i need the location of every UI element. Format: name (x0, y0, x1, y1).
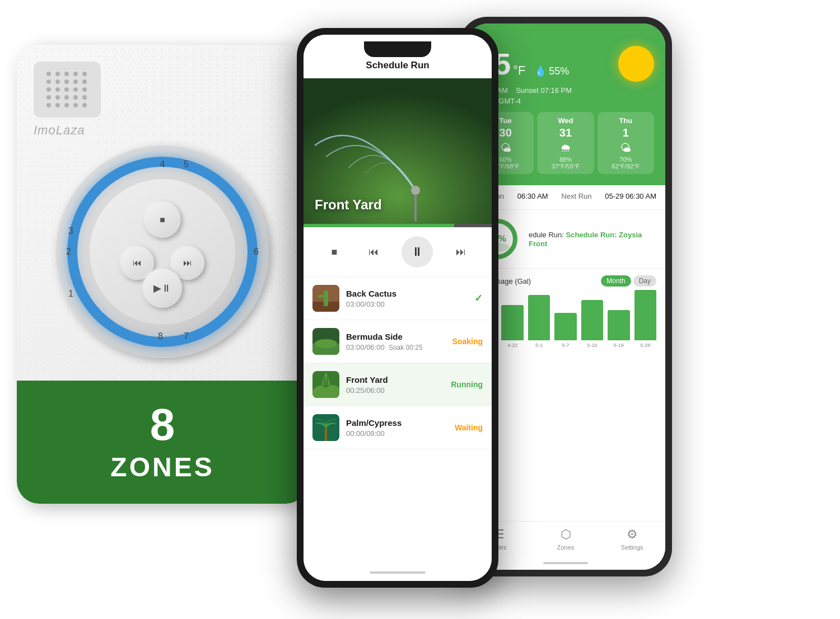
zone-thumb-palm (312, 414, 339, 441)
next-pb-button[interactable]: ⏭ (450, 241, 472, 263)
bar-group: 4-22 (501, 305, 523, 348)
moisture-schedule-label: edule Run: Schedule Run: Zoysia Front (529, 230, 656, 248)
nav-label-zones: Zones (557, 544, 575, 551)
progress-bar (304, 224, 492, 227)
stop-button[interactable]: ■ (144, 201, 181, 238)
zone-num-8: 8 (158, 331, 163, 341)
weather-drop-icon: 💧 (534, 65, 547, 77)
svg-rect-1 (414, 190, 417, 221)
zone-num-6: 6 (254, 247, 259, 257)
zone-status-cactus: ✓ (474, 292, 483, 304)
bar (581, 300, 603, 340)
zone-item-active[interactable]: Front Yard 00:25/06:00 Running (304, 363, 492, 406)
zone-name-frontyard: Front Yard (346, 375, 444, 384)
zones-number: 8 (150, 402, 175, 447)
zones-icon: ⬡ (561, 527, 571, 542)
speaker-grill (34, 62, 101, 118)
bar (634, 290, 656, 340)
svg-point-2 (411, 186, 420, 195)
bar-label: 5-19 (614, 343, 624, 348)
bar-chart: 4-104-225-15-75-105-195-28 (475, 292, 656, 359)
bar (528, 295, 550, 340)
svg-rect-5 (324, 290, 328, 306)
device-bottom: 8 ZONES (17, 381, 308, 504)
bar-label: 5-1 (535, 343, 543, 348)
bar-group: 5-7 (554, 313, 576, 349)
zone-time-palm: 00:00/09:00 (346, 429, 448, 438)
zone-info-cactus: Back Cactus 03:00/03:00 (346, 289, 468, 308)
brand-label: ImoLaza (34, 123, 85, 138)
nav-zones[interactable]: ⬡ Zones (533, 527, 599, 551)
settings-icon: ⚙ (627, 527, 638, 542)
bar-label: 5-28 (640, 343, 650, 348)
hardware-device: ImoLaza 4 5 6 7 8 2 3 1 (17, 45, 342, 548)
bar-group: 5-28 (634, 290, 656, 348)
zone-num-4: 4 (160, 160, 165, 170)
bar-label: 4-22 (507, 343, 517, 348)
scene: ImoLaza 4 5 6 7 8 2 3 1 (0, 0, 840, 619)
bar-group: 5-1 (528, 295, 550, 348)
svg-point-9 (315, 339, 337, 348)
bar (608, 310, 629, 340)
bar (501, 305, 523, 340)
weather-day-wed: Wed 31 🌧 88% 37°F/55°F (537, 112, 594, 174)
chart-tabs[interactable]: Month Day (601, 275, 656, 287)
device-body: ImoLaza 4 5 6 7 8 2 3 1 (17, 45, 308, 504)
weather-temp-unit: °F (513, 63, 525, 78)
chart-tab-month[interactable]: Month (601, 275, 631, 287)
zone-info-palm: Palm/Cypress 00:00/09:00 (346, 418, 448, 438)
zone-status-palm: Waiting (455, 423, 483, 432)
zone-info-bermuda: Bermuda Side 03:00/06:00 Soak 00:25 (346, 332, 446, 351)
zone-thumb-bermuda (312, 328, 339, 355)
phone-notch (364, 41, 431, 57)
bar-label: 5-10 (587, 343, 597, 348)
svg-rect-6 (318, 295, 326, 298)
stop-pb-button[interactable]: ■ (323, 241, 346, 263)
bar-group: 5-10 (581, 300, 603, 348)
pause-pb-button[interactable]: ⏸ (402, 236, 433, 268)
zone-item[interactable]: Bermuda Side 03:00/06:00 Soak 00:25 Soak… (304, 320, 492, 363)
sun-icon (618, 46, 654, 82)
zone-num-2: 2 (66, 247, 71, 257)
zone-name-cactus: Back Cactus (346, 289, 468, 298)
zone-item[interactable]: Back Cactus 03:00/03:00 ✓ (304, 277, 492, 320)
zone-thumb-frontyard (312, 371, 339, 398)
zone-list: Back Cactus 03:00/03:00 ✓ Bermuda Side 0… (304, 277, 492, 564)
zone-time-bermuda: 03:00/06:00 Soak 00:25 (346, 343, 446, 351)
zone-image: Front Yard (304, 78, 492, 224)
nav-settings[interactable]: ⚙ Settings (599, 527, 665, 551)
zone-num-7: 7 (184, 331, 189, 341)
zone-thumb-cactus (312, 285, 339, 312)
weather-humidity: 55% (549, 65, 569, 77)
weather-sunrise: 06:44 AM Sunset 07:16 PM (477, 86, 654, 95)
zone-num-3: 3 (68, 226, 73, 236)
bar-group: 5-19 (608, 310, 629, 348)
nav-label-settings: Settings (621, 544, 643, 551)
prev-pb-button[interactable]: ⏮ (362, 241, 385, 263)
playback-controls: ■ ⏮ ⏸ ⏭ (304, 227, 492, 277)
zone-time-cactus: 03:00/03:00 (346, 300, 468, 308)
zones-text: ZONES (110, 452, 214, 482)
chart-tab-day[interactable]: Day (633, 275, 656, 287)
weather-day-thu: Thu 1 🌤 70% 62°F/92°F (598, 112, 654, 174)
zone-info-frontyard: Front Yard 00:25/06:00 (346, 375, 444, 395)
bar (554, 313, 576, 341)
zone-item[interactable]: Palm/Cypress 00:00/09:00 Waiting (304, 406, 492, 449)
zone-name-bermuda: Bermuda Side (346, 332, 446, 341)
zone-num-5: 5 (184, 160, 189, 170)
zone-status-frontyard: Running (451, 380, 483, 389)
playpause-button[interactable]: ▶⏸ (143, 269, 182, 308)
zone-name-palm: Palm/Cypress (346, 418, 448, 428)
weather-location: ne Rd GMT-4 (477, 97, 654, 105)
zone-status-bermuda: Soaking (452, 337, 483, 346)
weather-days: Tue 30 🌤 60% 63°F/68°F Wed 31 🌧 88% 37°F… (477, 112, 654, 174)
bar-label: 5-7 (562, 343, 569, 348)
zone-label: Front Yard (315, 197, 382, 213)
phone-front: Schedule Run (297, 28, 498, 588)
control-wheel: 4 5 6 7 8 2 3 1 ■ (56, 146, 269, 358)
zone-time-frontyard: 00:25/06:00 (346, 386, 444, 395)
zone-num-1: 1 (68, 289, 73, 299)
